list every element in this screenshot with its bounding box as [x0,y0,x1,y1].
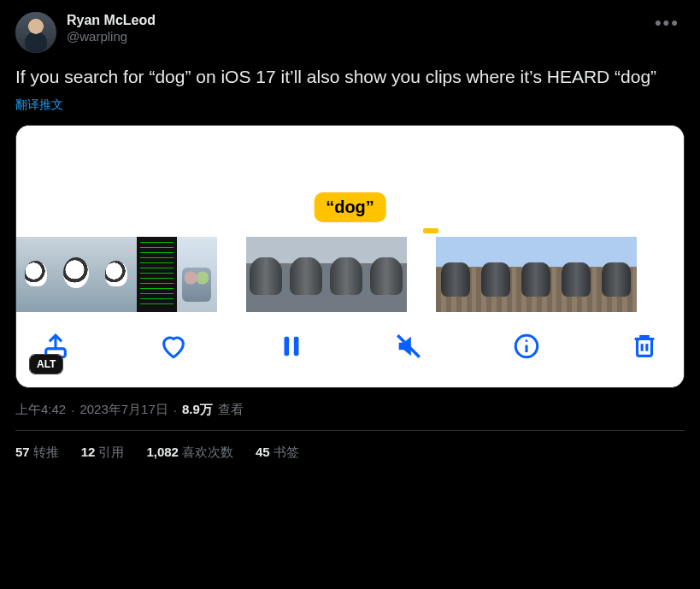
meta-sep: · [71,403,74,417]
clip-group-2[interactable] [246,237,407,312]
mute-icon[interactable] [393,331,424,362]
tweet-text: If you search for “dog” on iOS 17 it’ll … [15,65,685,89]
svg-rect-2 [293,337,298,356]
svg-rect-1 [284,337,289,356]
tweet-stats: 57转推 12引用 1,082喜欢次数 45书签 [15,431,685,461]
media-card[interactable]: “dog” [15,125,685,388]
clip-frame [597,237,637,312]
svg-point-6 [526,340,528,343]
info-icon[interactable] [511,331,542,362]
tweet-container: Ryan McLeod @warpling ••• If you search … [0,0,700,461]
stat-retweets[interactable]: 57转推 [15,445,59,461]
meta-views-count: 8.9万 [182,402,213,418]
clip-group-1[interactable] [16,237,217,312]
media-top: “dog” [16,126,684,237]
meta-time: 上午4:42 [15,402,66,418]
translate-link[interactable]: 翻译推文 [15,97,685,113]
caption-pill: “dog” [314,192,386,222]
clip-frame [516,237,556,312]
clip-frame [97,237,137,312]
clip-frame [137,237,177,312]
clip-group-3[interactable] [436,237,637,312]
tweet-header: Ryan McLeod @warpling ••• [15,12,685,53]
meta-views-label: 查看 [218,402,244,418]
stat-quotes[interactable]: 12引用 [81,445,125,461]
meta-sep: · [174,403,177,417]
media-toolbar [16,312,684,387]
clip-frame [436,237,476,312]
clip-frame [286,237,326,312]
clip-frame [16,237,56,312]
clip-frame [556,237,597,312]
pause-icon[interactable] [276,331,307,362]
clip-frame [56,237,97,312]
more-icon[interactable]: ••• [650,9,685,38]
author-names[interactable]: Ryan McLeod @warpling [67,12,156,45]
clip-frame [367,237,407,312]
clip-frame [177,237,217,312]
trash-icon[interactable] [629,331,660,362]
alt-badge[interactable]: ALT [30,355,62,374]
author-handle: @warpling [67,29,156,45]
caption-tick [423,228,438,233]
filmstrip[interactable] [16,237,684,312]
heart-icon[interactable] [158,331,189,362]
clip-frame [476,237,516,312]
meta-date: 2023年7月17日 [79,402,168,418]
tweet-meta[interactable]: 上午4:42 · 2023年7月17日 · 8.9万 查看 [15,402,685,418]
stat-likes[interactable]: 1,082喜欢次数 [146,445,233,461]
svg-rect-7 [637,339,651,356]
clip-frame [246,237,286,312]
author-display-name: Ryan McLeod [67,12,156,29]
stat-bookmarks[interactable]: 45书签 [256,445,299,461]
clip-frame [326,237,367,312]
avatar[interactable] [15,12,56,53]
